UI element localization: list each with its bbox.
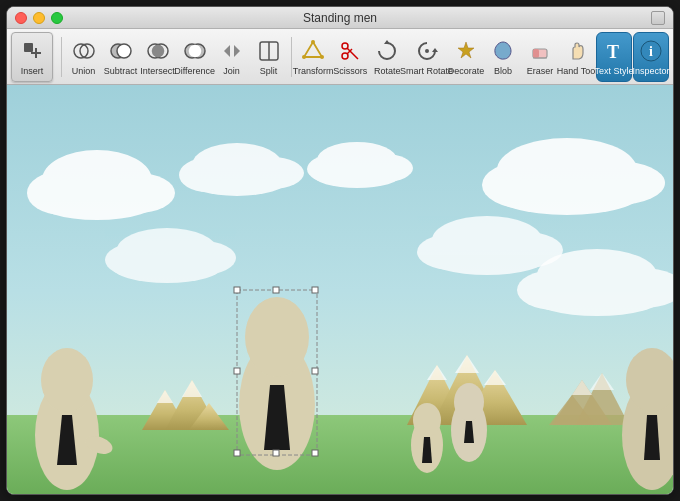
rotate-icon	[373, 37, 401, 65]
join-icon	[218, 37, 246, 65]
svg-marker-22	[432, 48, 438, 52]
svg-point-95	[413, 403, 441, 437]
tool-blob[interactable]: Blob	[485, 32, 521, 82]
tool-insert[interactable]: Insert	[11, 32, 53, 82]
toolbar: Insert Union Subtract	[7, 29, 673, 85]
union-icon	[70, 37, 98, 65]
app-window: Standing men Insert U	[6, 6, 674, 495]
intersect-icon	[144, 37, 172, 65]
transform-icon	[299, 37, 327, 65]
maximize-button[interactable]	[51, 12, 63, 24]
svg-point-49	[492, 171, 642, 215]
tool-text-style[interactable]: T Text Style	[596, 32, 632, 82]
svg-rect-33	[7, 415, 673, 495]
svg-rect-26	[533, 49, 539, 58]
subtract-icon	[107, 37, 135, 65]
tool-union[interactable]: Union	[66, 32, 102, 82]
tool-inspector-label: Inspector	[632, 66, 669, 76]
close-button[interactable]	[15, 12, 27, 24]
separator-2	[291, 37, 292, 77]
tool-join-label: Join	[223, 66, 240, 76]
tool-scissors[interactable]: Scissors	[332, 32, 368, 82]
window-title: Standing men	[303, 11, 377, 25]
tool-transform[interactable]: Transform	[295, 32, 331, 82]
svg-rect-91	[273, 450, 279, 456]
inspector-icon: i	[637, 37, 665, 65]
tool-hand[interactable]: Hand Tool	[559, 32, 595, 82]
svg-rect-89	[312, 368, 318, 374]
tool-text-style-label: Text Style	[595, 66, 634, 76]
svg-rect-88	[312, 287, 318, 293]
tool-difference-label: Difference	[174, 66, 215, 76]
svg-text:i: i	[649, 44, 653, 59]
resize-button[interactable]	[651, 11, 665, 25]
minimize-button[interactable]	[33, 12, 45, 24]
tool-join[interactable]: Join	[214, 32, 250, 82]
text-style-icon: T	[600, 37, 628, 65]
eraser-icon	[526, 37, 554, 65]
smart-rotate-icon	[413, 37, 441, 65]
svg-point-79	[41, 348, 93, 412]
tool-union-label: Union	[72, 66, 96, 76]
svg-rect-86	[234, 287, 240, 293]
separator-1	[61, 37, 62, 77]
tool-split-label: Split	[260, 66, 278, 76]
canvas-area[interactable]	[7, 85, 673, 495]
split-icon	[255, 37, 283, 65]
svg-point-37	[35, 180, 159, 220]
tool-scissors-label: Scissors	[333, 66, 367, 76]
tool-insert-label: Insert	[21, 66, 44, 76]
tool-decorate-label: Decorate	[448, 66, 485, 76]
svg-point-98	[454, 383, 484, 421]
title-bar: Standing men	[7, 7, 673, 29]
svg-marker-24	[458, 42, 474, 58]
svg-point-83	[245, 297, 309, 377]
svg-point-16	[302, 55, 306, 59]
svg-point-57	[427, 241, 547, 275]
decorate-icon	[452, 37, 480, 65]
svg-marker-13	[304, 42, 322, 57]
tool-intersect-label: Intersect	[140, 66, 175, 76]
svg-point-23	[425, 49, 429, 53]
tool-difference[interactable]: Difference	[177, 32, 213, 82]
traffic-lights	[15, 12, 63, 24]
svg-point-61	[532, 280, 662, 316]
tool-hand-label: Hand Tool	[557, 66, 597, 76]
svg-rect-93	[234, 368, 240, 374]
svg-point-6	[117, 44, 131, 58]
scissors-icon	[336, 37, 364, 65]
svg-text:T: T	[607, 42, 619, 62]
svg-point-15	[320, 55, 324, 59]
svg-point-41	[187, 166, 287, 196]
svg-rect-0	[24, 43, 33, 52]
insert-icon	[18, 37, 46, 65]
tool-rotate-label: Rotate	[374, 66, 401, 76]
tool-eraser[interactable]: Eraser	[522, 32, 558, 82]
tool-intersect[interactable]: Intersect	[140, 32, 176, 82]
hand-icon	[563, 37, 591, 65]
tool-subtract-label: Subtract	[104, 66, 138, 76]
svg-rect-92	[234, 450, 240, 456]
tool-smart-rotate[interactable]: Smart Rotate	[406, 32, 447, 82]
tool-decorate[interactable]: Decorate	[448, 32, 484, 82]
tool-smart-rotate-label: Smart Rotate	[400, 66, 453, 76]
svg-marker-21	[384, 40, 390, 44]
tool-transform-label: Transform	[293, 66, 334, 76]
svg-point-53	[112, 251, 222, 283]
blob-icon	[489, 37, 517, 65]
background-svg	[7, 85, 673, 495]
tool-eraser-label: Eraser	[527, 66, 554, 76]
tool-subtract[interactable]: Subtract	[103, 32, 139, 82]
svg-rect-87	[273, 287, 279, 293]
svg-point-14	[311, 40, 315, 44]
difference-icon	[181, 37, 209, 65]
tool-split[interactable]: Split	[251, 32, 287, 82]
svg-rect-90	[312, 450, 318, 456]
tool-blob-label: Blob	[494, 66, 512, 76]
tool-inspector[interactable]: i Inspector	[633, 32, 669, 82]
svg-line-19	[347, 48, 358, 59]
svg-point-45	[313, 162, 401, 188]
